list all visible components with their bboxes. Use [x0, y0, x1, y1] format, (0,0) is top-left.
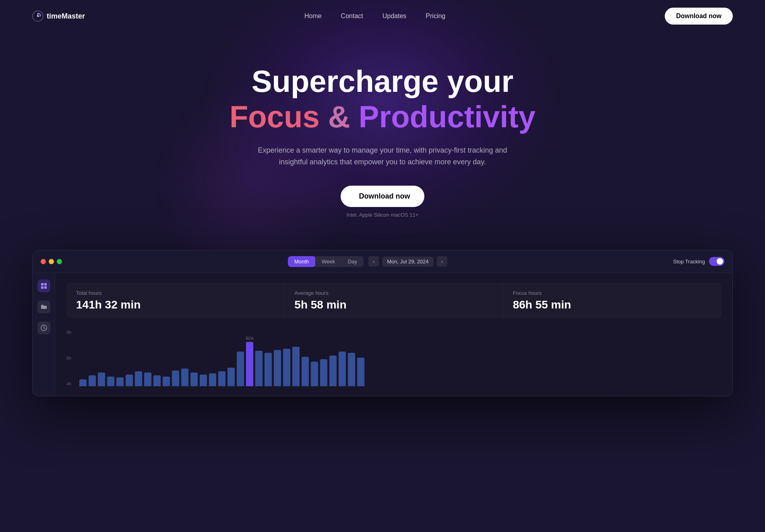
y-label-8h: 8h — [66, 330, 71, 335]
app-body: Total hours 141h 32 min Average hours 5h… — [33, 273, 732, 396]
chart-bar-8 — [153, 375, 161, 386]
chart-bar-15 — [218, 371, 225, 386]
nav-home[interactable]: Home — [304, 12, 322, 19]
chart-bar-13 — [200, 375, 207, 386]
hero-productivity-word: Productivity — [359, 99, 536, 134]
hero-ampersand: & — [320, 99, 359, 134]
tab-month[interactable]: Month — [288, 256, 315, 267]
hero-cta-area: Download now Intel, Apple Silicon macOS … — [8, 186, 757, 218]
nav-pricing[interactable]: Pricing — [426, 12, 445, 19]
next-date-button[interactable]: › — [437, 256, 447, 267]
chart-bar-29 — [348, 353, 355, 386]
chart-bar-2 — [98, 373, 105, 386]
date-display: Mon, Jul 29, 2024 — [382, 257, 433, 267]
logo[interactable]: timeMaster — [32, 10, 85, 22]
chart-bar-22 — [283, 349, 290, 386]
app-window: Month Week Day ‹ Mon, Jul 29, 2024 › Sto… — [32, 250, 733, 396]
chart-bar-25 — [311, 362, 318, 386]
hero-title-line2: Focus & Productivity — [8, 100, 757, 134]
y-label-4h: 4h — [66, 381, 71, 386]
logo-text: timeMaster — [47, 12, 85, 21]
app-sidebar — [33, 273, 55, 396]
stat-average-hours: Average hours 5h 58 min — [285, 283, 502, 319]
chart-bar-9 — [163, 377, 170, 386]
chart-bar-12 — [190, 373, 198, 386]
chart-bar-highlight-label: 91% — [246, 336, 254, 341]
titlebar-center: Month Week Day ‹ Mon, Jul 29, 2024 › — [288, 256, 447, 267]
chart-bar-4 — [116, 377, 124, 386]
y-label-6h: 6h — [66, 356, 71, 360]
hero-sub-note: Intel, Apple Silicon macOS 11+ — [347, 212, 419, 218]
nav-updates[interactable]: Updates — [382, 12, 407, 19]
time-tabs: Month Week Day — [288, 256, 364, 267]
hero-subtitle: Experience a smarter way to manage your … — [250, 145, 515, 168]
hero-download-label: Download now — [359, 192, 410, 201]
svg-rect-7 — [44, 286, 47, 289]
hero-section: Supercharge your Focus & Productivity Ex… — [0, 32, 765, 242]
chart-bar-19 — [255, 351, 263, 386]
tracking-label: Stop Tracking — [673, 259, 705, 265]
app-main-content: Total hours 141h 32 min Average hours 5h… — [55, 273, 732, 396]
chart-bar-30 — [357, 358, 364, 386]
hero-title-line1: Supercharge your — [8, 64, 757, 98]
chart-y-labels: 8h 6h 4h — [66, 330, 71, 386]
svg-rect-5 — [44, 283, 47, 286]
chart-bar-23 — [292, 347, 300, 386]
prev-date-button[interactable]: ‹ — [368, 256, 379, 267]
chart-bar-7 — [144, 373, 151, 386]
app-preview: Month Week Day ‹ Mon, Jul 29, 2024 › Sto… — [0, 250, 765, 396]
chart-bar-27 — [329, 356, 337, 386]
hero-download-button[interactable]: Download now — [341, 186, 425, 207]
chart-bar-18: 91% — [246, 342, 253, 386]
chart-bar-10 — [172, 371, 179, 386]
hero-title: Supercharge your Focus & Productivity — [8, 64, 757, 133]
stat-focus-hours: Focus hours 86h 55 min — [503, 283, 721, 319]
chart-bars: 91% — [79, 330, 721, 386]
stat-average-hours-value: 5h 58 min — [294, 298, 493, 311]
chart-bar-28 — [339, 352, 346, 386]
navbar: timeMaster Home Contact Updates Pricing … — [0, 0, 765, 32]
minimize-dot — [49, 259, 54, 264]
tab-week[interactable]: Week — [315, 256, 341, 267]
chart-bar-17 — [237, 352, 244, 386]
stat-focus-hours-label: Focus hours — [513, 290, 711, 296]
stat-average-hours-label: Average hours — [294, 290, 493, 296]
chart-bar-26 — [320, 359, 327, 386]
chart-bar-11 — [181, 368, 188, 386]
maximize-dot — [57, 259, 62, 264]
chart-bar-21 — [274, 350, 281, 386]
app-titlebar: Month Week Day ‹ Mon, Jul 29, 2024 › Sto… — [33, 250, 732, 273]
stat-total-hours-label: Total hours — [76, 290, 275, 296]
sidebar-clock-icon[interactable] — [37, 321, 50, 334]
hero-focus-word: Focus — [229, 99, 320, 134]
svg-rect-4 — [41, 283, 43, 286]
sidebar-dashboard-icon[interactable] — [37, 279, 50, 292]
stat-focus-hours-value: 86h 55 min — [513, 298, 711, 311]
tracking-control: Stop Tracking — [673, 257, 725, 266]
close-dot — [41, 259, 46, 264]
stats-row: Total hours 141h 32 min Average hours 5h… — [66, 283, 721, 319]
chart-bar-5 — [126, 375, 133, 386]
chart-bar-14 — [209, 373, 216, 386]
chart-bar-3 — [107, 377, 114, 386]
nav-contact[interactable]: Contact — [341, 12, 363, 19]
sidebar-folder-icon[interactable] — [37, 300, 50, 313]
chart-bar-1 — [89, 375, 96, 386]
tab-day[interactable]: Day — [341, 256, 364, 267]
window-controls — [41, 259, 62, 264]
chart-bar-20 — [265, 353, 272, 386]
nav-links: Home Contact Updates Pricing — [304, 12, 445, 20]
stat-total-hours: Total hours 141h 32 min — [66, 283, 284, 319]
nav-download-button[interactable]: Download now — [665, 8, 733, 25]
chart-bar-16 — [227, 368, 235, 386]
chart-bar-0 — [79, 379, 87, 386]
chart-bar-6 — [135, 371, 142, 386]
chart-bar-24 — [302, 357, 309, 386]
stat-total-hours-value: 141h 32 min — [76, 298, 275, 311]
chart-area: 8h 6h 4h 91% — [66, 330, 721, 386]
tracking-toggle[interactable] — [709, 257, 724, 266]
logo-icon — [32, 10, 43, 22]
svg-rect-6 — [41, 286, 43, 289]
